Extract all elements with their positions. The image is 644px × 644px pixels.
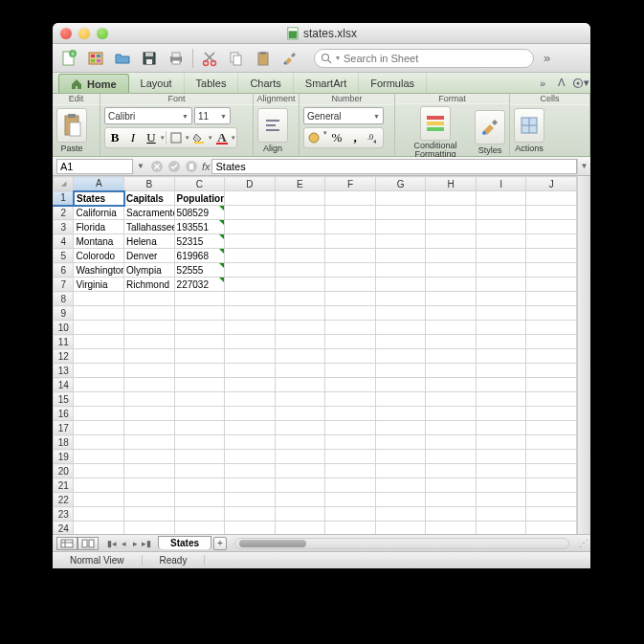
- cell[interactable]: [325, 278, 376, 292]
- row-header[interactable]: 5: [54, 249, 74, 263]
- cell[interactable]: [225, 378, 276, 392]
- vertical-scrollbar[interactable]: [577, 176, 590, 534]
- cell[interactable]: Olympia: [124, 263, 175, 278]
- close-window-button[interactable]: [60, 28, 72, 39]
- cell[interactable]: Richmond: [124, 278, 175, 292]
- new-file-button[interactable]: +: [58, 48, 79, 69]
- cell[interactable]: [426, 364, 477, 378]
- actions-button[interactable]: Actions: [514, 108, 544, 153]
- cell[interactable]: [275, 191, 325, 206]
- cell[interactable]: [74, 407, 124, 421]
- cell[interactable]: [124, 392, 175, 407]
- cell[interactable]: States: [74, 191, 124, 206]
- cell[interactable]: 227032: [174, 278, 225, 292]
- cell[interactable]: 52555: [174, 263, 225, 278]
- cell[interactable]: [375, 450, 426, 464]
- align-button[interactable]: Align: [257, 108, 288, 153]
- cell[interactable]: [375, 335, 426, 349]
- enter-formula-button[interactable]: [166, 159, 183, 174]
- tab-home[interactable]: Home: [58, 74, 129, 93]
- search-box[interactable]: ▾: [314, 49, 534, 68]
- cell[interactable]: [476, 263, 526, 278]
- cell[interactable]: [375, 507, 426, 522]
- cell[interactable]: [426, 450, 477, 464]
- cell[interactable]: [225, 220, 276, 234]
- cell[interactable]: [74, 306, 124, 321]
- row-header[interactable]: 19: [54, 450, 74, 464]
- add-sheet-button[interactable]: +: [213, 537, 227, 550]
- cell[interactable]: Sacramento: [124, 206, 175, 220]
- first-sheet-button[interactable]: ▮◂: [106, 539, 118, 548]
- cell[interactable]: [375, 421, 426, 435]
- cell[interactable]: [426, 349, 477, 364]
- decimal-buttons[interactable]: .0: [365, 129, 382, 146]
- row-header[interactable]: 10: [54, 321, 74, 335]
- cell[interactable]: [275, 335, 325, 349]
- column-header[interactable]: B: [124, 177, 175, 191]
- cell[interactable]: [426, 306, 477, 321]
- cell[interactable]: [225, 507, 276, 522]
- cell[interactable]: 508529: [174, 206, 225, 220]
- cell[interactable]: [325, 407, 376, 421]
- cell[interactable]: [275, 220, 325, 234]
- cell[interactable]: [526, 278, 577, 292]
- row-header[interactable]: 11: [54, 335, 74, 349]
- cell[interactable]: [174, 292, 225, 306]
- cell[interactable]: [526, 464, 577, 478]
- cell[interactable]: [74, 478, 124, 493]
- cell[interactable]: [526, 378, 577, 392]
- cell[interactable]: [526, 364, 577, 378]
- cell[interactable]: [225, 335, 276, 349]
- cell[interactable]: [325, 507, 376, 522]
- cell[interactable]: [426, 435, 477, 450]
- cell[interactable]: [375, 435, 426, 450]
- next-sheet-button[interactable]: ▸: [129, 539, 141, 548]
- cell[interactable]: [426, 522, 477, 535]
- cell[interactable]: [526, 349, 577, 364]
- cell[interactable]: [375, 493, 426, 507]
- cell[interactable]: [174, 378, 225, 392]
- cell[interactable]: [275, 364, 325, 378]
- cell[interactable]: [426, 507, 477, 522]
- cell[interactable]: [225, 522, 276, 535]
- cell[interactable]: [275, 407, 325, 421]
- cell[interactable]: Capitals: [124, 191, 175, 206]
- cell[interactable]: [174, 478, 225, 493]
- cell[interactable]: [124, 421, 175, 435]
- row-header[interactable]: 21: [54, 478, 74, 493]
- row-header[interactable]: 13: [54, 364, 74, 378]
- cell[interactable]: [225, 234, 276, 249]
- cell[interactable]: [526, 450, 577, 464]
- cell[interactable]: [325, 263, 376, 278]
- cell[interactable]: [526, 220, 577, 234]
- cell[interactable]: [526, 522, 577, 535]
- cell[interactable]: [225, 407, 276, 421]
- cell[interactable]: [375, 321, 426, 335]
- cell[interactable]: [124, 507, 175, 522]
- cell[interactable]: [526, 292, 577, 306]
- cell[interactable]: [325, 364, 376, 378]
- cell[interactable]: [225, 392, 276, 407]
- cell[interactable]: [74, 522, 124, 535]
- cell[interactable]: [426, 378, 477, 392]
- cell[interactable]: [225, 364, 276, 378]
- cell[interactable]: [225, 464, 276, 478]
- ribbon-collapse-button[interactable]: ᐱ: [552, 73, 571, 93]
- print-button[interactable]: [166, 48, 187, 69]
- column-header[interactable]: J: [526, 177, 577, 191]
- cell[interactable]: [74, 378, 124, 392]
- cell[interactable]: [124, 493, 175, 507]
- cell[interactable]: [74, 292, 124, 306]
- cell[interactable]: [74, 507, 124, 522]
- cell[interactable]: Tallahassee: [124, 220, 175, 234]
- cell[interactable]: [526, 263, 577, 278]
- cell[interactable]: [375, 464, 426, 478]
- cell[interactable]: [74, 421, 124, 435]
- cell[interactable]: [426, 335, 477, 349]
- cell[interactable]: [225, 249, 276, 263]
- cell[interactable]: [526, 206, 577, 220]
- tab-formulas[interactable]: Formulas: [359, 73, 427, 93]
- cell[interactable]: [275, 392, 325, 407]
- cell[interactable]: [225, 435, 276, 450]
- cell[interactable]: [526, 306, 577, 321]
